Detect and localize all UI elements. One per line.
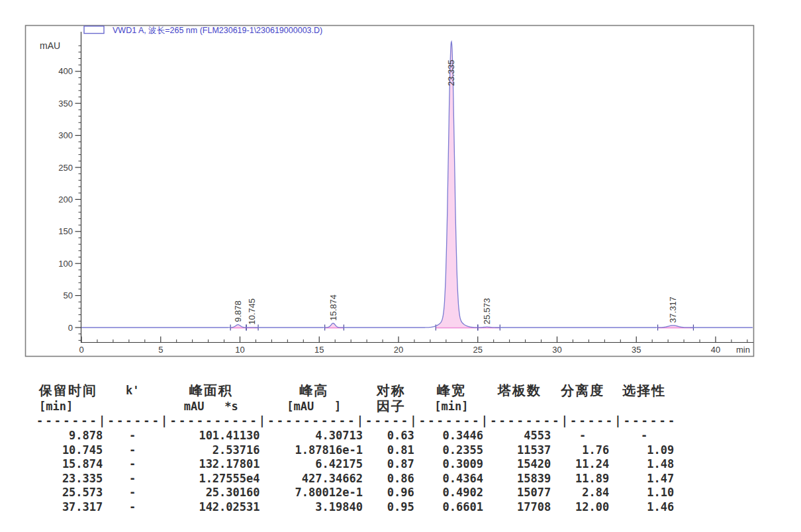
table-cell: - (105, 500, 160, 515)
table-cell: 1.10 (612, 486, 677, 500)
table-cell: - (105, 429, 160, 443)
table-cell: 25.573 (36, 486, 105, 500)
table-cell: 7.80012e-1 (263, 486, 365, 500)
peak-retention-label: 15.874 (328, 294, 338, 321)
table-cell: 0.3009 (417, 457, 486, 472)
table-cell: 15839 (486, 472, 553, 486)
table-cell: 0.4902 (417, 486, 486, 500)
table-cell: 101.41130 (160, 429, 262, 443)
column-header: 峰宽 (417, 382, 486, 399)
table-cell: 6.42175 (263, 457, 365, 472)
column-header: 保留时间 (36, 382, 105, 399)
chromatogram-plot: VWD1 A, 波长=265 nm (FLM230619-1\230619000… (0, 0, 801, 371)
y-tick-label: 350 (58, 99, 73, 109)
x-tick-label: 20 (394, 345, 403, 355)
column-units: mAU *s (160, 399, 262, 414)
table-cell: - (612, 429, 677, 443)
table-cell: 142.02531 (160, 500, 262, 515)
peak-retention-label: 10.745 (247, 298, 257, 325)
table-cell: 15.874 (36, 457, 105, 472)
column-units: [min] (36, 399, 105, 414)
y-axis-title: mAU (40, 40, 60, 51)
column-units (553, 399, 612, 414)
table-cell: 1.27555e4 (160, 472, 262, 486)
x-tick-label: 15 (314, 345, 324, 355)
table-row: 9.878-101.411304.307130.630.34464553-- (36, 429, 677, 443)
column-units (486, 399, 553, 414)
column-header: k' (105, 382, 160, 399)
legend-label: VWD1 A, 波长=265 nm (FLM230619-1\230619000… (113, 26, 322, 35)
peak-retention-label: 23.335 (446, 60, 456, 86)
x-tick-label: 40 (711, 345, 720, 355)
table-cell: 2.53716 (160, 443, 262, 458)
table-cell: 0.63 (365, 429, 417, 443)
table-row: 37.317-142.025313.198400.950.66011770812… (36, 500, 677, 515)
table-cell: 0.3446 (417, 429, 486, 443)
table-row: 25.573-25.301607.80012e-10.960.490215077… (36, 486, 677, 500)
peak-results-table-wrap: 保留时间k'峰面积峰高对称峰宽塔板数分离度选择性[min]mAU *s[mAU … (36, 382, 677, 514)
column-header: 分离度 (553, 382, 612, 399)
table-cell: 11.89 (553, 472, 612, 486)
table-header-row: 保留时间k'峰面积峰高对称峰宽塔板数分离度选择性 (36, 382, 677, 399)
table-cell: 3.19840 (263, 500, 365, 515)
peak-retention-label: 37.317 (668, 296, 678, 323)
y-tick-label: 400 (58, 66, 73, 76)
table-cell: 1.46 (612, 500, 677, 515)
table-cell: 0.95 (365, 500, 417, 515)
column-units (612, 399, 677, 414)
table-cell: 11.24 (553, 457, 612, 472)
table-cell: 0.87 (365, 457, 417, 472)
table-cell: 427.34662 (263, 472, 365, 486)
table-row: 10.745-2.537161.87816e-10.810.2355115371… (36, 443, 677, 458)
table-cell: 12.00 (553, 500, 612, 515)
table-cell: 2.84 (553, 486, 612, 500)
y-tick-label: 150 (58, 226, 73, 236)
y-tick-label: 250 (58, 163, 73, 173)
column-units: [mAU ] (263, 399, 365, 414)
y-tick-label: 100 (58, 259, 73, 269)
table-cell: 0.4364 (417, 472, 486, 486)
table-cell: 10.745 (36, 443, 105, 458)
table-cell: - (105, 443, 160, 458)
column-units: 因子 (365, 399, 417, 414)
table-cell: 23.335 (36, 472, 105, 486)
x-tick-label: 10 (235, 345, 244, 355)
table-cell: 15077 (486, 486, 553, 500)
table-cell: 1.09 (612, 443, 677, 458)
table-cell: 1.47 (612, 472, 677, 486)
table-cell: 0.6601 (417, 500, 486, 515)
table-row: 23.335-1.27555e4427.346620.860.436415839… (36, 472, 677, 486)
column-header: 峰面积 (160, 382, 262, 399)
table-cell: 4.30713 (263, 429, 365, 443)
table-cell: 25.30160 (160, 486, 262, 500)
separator-line: -------|------|----------|----------|---… (36, 414, 677, 429)
table-cell: 0.86 (365, 472, 417, 486)
table-cell: - (105, 457, 160, 472)
plot-frame (26, 26, 754, 357)
table-cell: - (553, 429, 612, 443)
column-units: [min] (417, 399, 486, 414)
table-cell: - (105, 472, 160, 486)
column-header: 对称 (365, 382, 417, 399)
x-tick-label: 0 (79, 345, 83, 355)
y-tick-label: 200 (58, 195, 73, 204)
table-separator-row: -------|------|----------|----------|---… (36, 414, 677, 429)
x-tick-label: 30 (552, 345, 561, 355)
table-cell: 4553 (486, 429, 553, 443)
column-header: 峰高 (263, 382, 365, 399)
x-tick-label: 25 (473, 345, 483, 355)
table-units-row: [min]mAU *s[mAU ]因子[min] (36, 399, 677, 414)
x-tick-label: 5 (158, 345, 163, 355)
table-cell: 37.317 (36, 500, 105, 515)
legend-swatch (84, 26, 104, 34)
peak-retention-label: 25.573 (482, 298, 492, 324)
table-cell: 0.96 (365, 486, 417, 500)
y-tick-label: 50 (64, 290, 73, 300)
y-tick-label: 300 (58, 130, 73, 140)
column-header: 选择性 (612, 382, 677, 399)
peak-results-table: 保留时间k'峰面积峰高对称峰宽塔板数分离度选择性[min]mAU *s[mAU … (36, 382, 677, 514)
chromatogram-panel: VWD1 A, 波长=265 nm (FLM230619-1\230619000… (0, 0, 801, 371)
column-units (105, 399, 160, 414)
y-tick-label: 0 (68, 323, 73, 333)
table-cell: 132.17801 (160, 457, 262, 472)
